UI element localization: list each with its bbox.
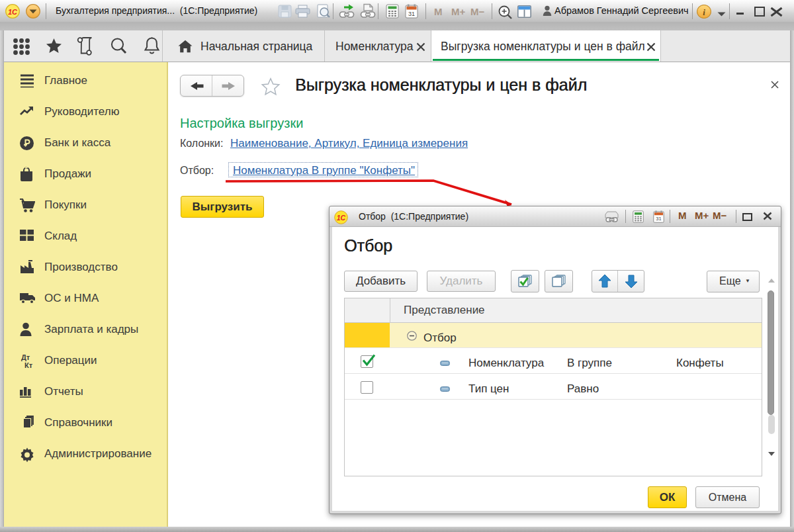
svg-text:31: 31	[408, 11, 415, 17]
svg-text:1С: 1С	[337, 214, 346, 222]
svg-text:Кт: Кт	[24, 361, 33, 369]
svg-text:Дт: Дт	[21, 353, 30, 361]
svg-text:i: i	[703, 7, 705, 17]
svg-text:1С: 1С	[8, 8, 18, 16]
svg-text:31: 31	[656, 216, 661, 222]
